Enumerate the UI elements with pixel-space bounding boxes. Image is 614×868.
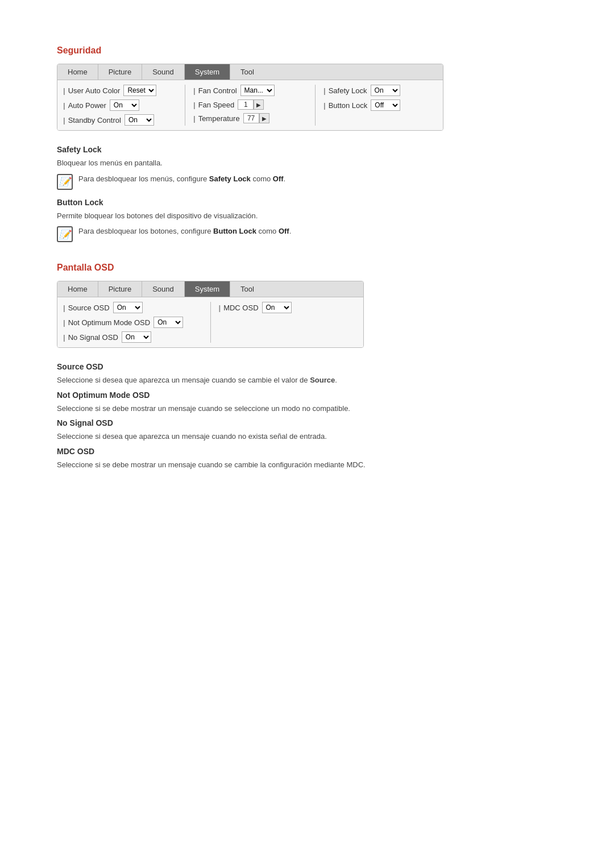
source-osd-desc: Seleccione si desea que aparezca un mens…	[57, 375, 557, 386]
seg-row-fan-control: | Fan Control Man... Auto	[193, 85, 307, 96]
osd-menu-body: | Source OSD On Off | Not Optimum Mode O…	[57, 297, 363, 347]
osd-tab-system[interactable]: System	[185, 281, 230, 297]
button-lock-note: 📝 Para desbloquear los botones, configur…	[57, 226, 557, 242]
osd-row-mdc-osd: | MDC OSD On Off	[219, 302, 358, 313]
osd-tab-picture[interactable]: Picture	[98, 281, 142, 297]
seguridad-title: Seguridad	[57, 45, 557, 56]
osd-tab-tool[interactable]: Tool	[230, 281, 264, 297]
osd-select-mdc-osd[interactable]: On Off	[262, 302, 292, 313]
seg-select-auto-power[interactable]: On Off	[110, 99, 139, 111]
button-lock-note-text: Para desbloquear los botones, configure …	[78, 226, 291, 237]
osd-tabs: Home Picture Sound System Tool	[57, 281, 363, 297]
seg-row-button-lock: | Button Lock Off On	[323, 99, 437, 111]
osd-select-source-osd[interactable]: On Off	[113, 302, 143, 313]
seg-row-safety-lock: | Safety Lock On Off	[323, 85, 437, 96]
safety-lock-title: Safety Lock	[57, 145, 557, 154]
seg-col1: | User Auto Color Reset | Auto Power	[63, 85, 177, 126]
seg-label-standby-control: Standby Control	[68, 116, 121, 124]
osd-descriptions: Source OSD Seleccione si desea que apare…	[57, 362, 557, 470]
osd-row-not-optimum: | Not Optimum Mode OSD On Off	[63, 317, 202, 328]
seg-col2: | Fan Control Man... Auto | Fan Speed	[193, 85, 307, 126]
seguridad-menu: Home Picture Sound System Tool | User Au…	[57, 64, 443, 131]
seg-label-temperature: Temperature	[198, 114, 240, 123]
safety-lock-section: Safety Lock Bloquear los menús en pantal…	[57, 145, 557, 242]
osd-label-not-optimum: Not Optimum Mode OSD	[68, 318, 151, 327]
seg-select-fan-control[interactable]: Man... Auto	[240, 85, 275, 96]
seg-tab-tool[interactable]: Tool	[230, 64, 264, 80]
seg-label-fan-speed: Fan Speed	[198, 101, 235, 109]
seg-label-fan-control: Fan Control	[198, 86, 237, 95]
button-lock-desc: Permite bloquear los botones del disposi…	[57, 210, 557, 222]
osd-select-not-optimum[interactable]: On Off	[154, 317, 183, 328]
osd-tab-sound[interactable]: Sound	[142, 281, 185, 297]
seguridad-section: Seguridad Home Picture Sound System Tool…	[57, 45, 557, 242]
safety-lock-note: 📝 Para desbloquear los menús, configure …	[57, 173, 557, 190]
seg-row-temperature: | Temperature 77 ▶	[193, 113, 307, 123]
seg-label-auto-power: Auto Power	[68, 101, 106, 110]
safety-lock-note-text: Para desbloquear los menús, configure Sa…	[78, 173, 285, 185]
osd-col2: | MDC OSD On Off	[219, 302, 358, 343]
osd-divider1	[210, 302, 211, 343]
osd-label-source-osd: Source OSD	[68, 304, 110, 312]
seg-tab-home[interactable]: Home	[57, 64, 98, 80]
seg-label-button-lock: Button Lock	[329, 101, 368, 110]
button-lock-title: Button Lock	[57, 198, 557, 207]
pantalla-osd-title: Pantalla OSD	[57, 263, 557, 273]
seg-value-fan-speed: 1	[238, 99, 254, 110]
seg-select-button-lock[interactable]: Off On	[371, 99, 400, 111]
seg-label-user-auto-color: User Auto Color	[68, 86, 121, 95]
seguridad-tabs: Home Picture Sound System Tool	[57, 64, 443, 80]
seg-row-user-auto-color: | User Auto Color Reset	[63, 85, 177, 96]
osd-select-no-signal[interactable]: On Off	[122, 331, 151, 343]
seg-divider2	[315, 85, 316, 126]
seg-value-temperature: 77	[243, 113, 259, 123]
seg-row-auto-power: | Auto Power On Off	[63, 99, 177, 111]
seg-temperature-inc[interactable]: ▶	[259, 113, 269, 123]
seg-select-standby-control[interactable]: On Off	[125, 114, 154, 126]
seg-row-fan-speed: | Fan Speed 1 ▶	[193, 99, 307, 110]
mdc-osd-desc: Seleccione si se debe mostrar un mensaje…	[57, 459, 557, 471]
mdc-osd-title: MDC OSD	[57, 447, 557, 456]
osd-label-mdc-osd: MDC OSD	[223, 304, 258, 312]
osd-col1: | Source OSD On Off | Not Optimum Mode O…	[63, 302, 202, 343]
no-signal-osd-desc: Seleccione si desea que aparezca un mens…	[57, 431, 557, 442]
seg-select-user-auto-color[interactable]: Reset	[123, 85, 156, 96]
osd-label-no-signal: No Signal OSD	[68, 333, 118, 342]
seg-select-safety-lock[interactable]: On Off	[371, 85, 400, 96]
pantalla-osd-section: Pantalla OSD Home Picture Sound System T…	[57, 263, 557, 470]
safety-lock-desc: Bloquear los menús en pantalla.	[57, 157, 557, 169]
osd-row-source-osd: | Source OSD On Off	[63, 302, 202, 313]
seg-tab-picture[interactable]: Picture	[98, 64, 142, 80]
seg-tab-sound[interactable]: Sound	[142, 64, 185, 80]
seguridad-menu-body: | User Auto Color Reset | Auto Power	[57, 80, 443, 130]
note-icon-safety: 📝	[57, 174, 73, 190]
seg-fan-speed-inc[interactable]: ▶	[254, 99, 264, 110]
seg-divider1	[185, 85, 185, 126]
osd-tab-home[interactable]: Home	[57, 281, 98, 297]
seg-col3: | Safety Lock On Off | Button Lock	[323, 85, 437, 126]
source-osd-title: Source OSD	[57, 362, 557, 371]
note-icon-button: 📝	[57, 226, 73, 242]
not-optimum-osd-title: Not Optimum Mode OSD	[57, 391, 557, 400]
no-signal-osd-title: No Signal OSD	[57, 418, 557, 427]
not-optimum-osd-desc: Seleccione si se debe mostrar un mensaje…	[57, 403, 557, 414]
osd-row-no-signal: | No Signal OSD On Off	[63, 331, 202, 343]
pantalla-osd-menu: Home Picture Sound System Tool | Source …	[57, 281, 364, 348]
seg-row-standby-control: | Standby Control On Off	[63, 114, 177, 126]
seg-tab-system[interactable]: System	[185, 64, 230, 80]
seg-label-safety-lock: Safety Lock	[329, 86, 367, 95]
